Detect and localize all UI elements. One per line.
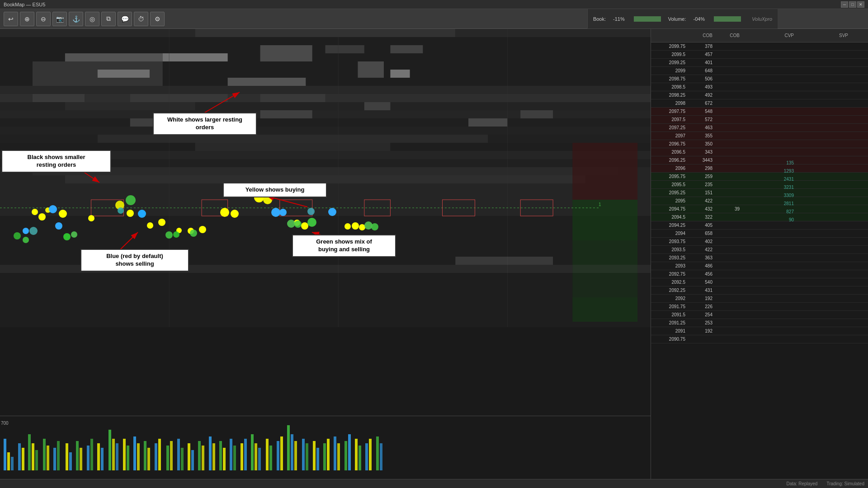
svg-rect-120 <box>306 443 308 470</box>
dot-yellow-8 <box>147 222 153 229</box>
table-row: 2099.25 401 <box>651 59 868 67</box>
table-row: 2093 486 <box>651 262 868 270</box>
ob-price: 2092.75 <box>651 272 687 277</box>
ob-cob1: 457 <box>687 52 714 57</box>
dot-teal-1 <box>29 227 38 235</box>
ob-cob1: 192 <box>687 328 714 333</box>
dot-green-8 <box>190 230 197 237</box>
svg-rect-92 <box>158 439 161 470</box>
svg-rect-95 <box>177 439 180 470</box>
ob-price: 2093.75 <box>651 239 687 244</box>
ob-cob1: 298 <box>687 166 714 171</box>
dot-yellow-2 <box>38 213 46 221</box>
svg-rect-130 <box>359 446 361 470</box>
svg-rect-38 <box>364 102 391 110</box>
ob-price: 2096.25 <box>651 158 687 163</box>
svg-rect-110 <box>255 443 257 470</box>
dot-green-10 <box>294 221 302 228</box>
zoom-out-button[interactable]: ⊖ <box>36 12 51 26</box>
svg-rect-14 <box>0 86 651 94</box>
ob-price: 2096.5 <box>651 150 687 155</box>
table-row: 2094 658 <box>651 230 868 238</box>
anchor-button[interactable]: ⚓ <box>69 12 83 26</box>
svg-rect-93 <box>166 446 169 470</box>
copy-button[interactable]: ⧉ <box>101 12 116 26</box>
volume-area: 700 <box>0 416 651 488</box>
table-row: 2096.25 3443 135 <box>651 156 868 164</box>
titlebar: BookMap — ESU5 ─ □ ✕ <box>0 0 868 9</box>
dot-teal-3 <box>307 208 315 215</box>
heatmap: // Will be generated via JS <box>0 29 651 327</box>
svg-rect-42 <box>195 143 391 151</box>
ob-cob1: 456 <box>687 272 714 277</box>
ob-price: 2097.5 <box>651 117 687 122</box>
book-label: Book: <box>593 16 606 22</box>
ob-price: 2092.25 <box>651 288 687 293</box>
window-controls[interactable]: ─ □ ✕ <box>841 1 864 8</box>
svg-rect-133 <box>376 436 379 470</box>
svg-rect-90 <box>147 448 150 470</box>
svg-rect-124 <box>327 439 330 470</box>
ob-cob2: 39 <box>714 206 741 211</box>
ob-cob1: 431 <box>687 288 714 293</box>
ob-price: 2097 <box>651 133 687 138</box>
svg-rect-119 <box>302 439 305 470</box>
table-row: 2098 672 <box>651 99 868 108</box>
svg-rect-97 <box>188 443 190 470</box>
svg-rect-41 <box>98 135 488 143</box>
minimize-button[interactable]: ─ <box>841 1 848 8</box>
svg-rect-126 <box>337 443 340 470</box>
svg-rect-128 <box>348 434 351 470</box>
svg-rect-29 <box>33 167 618 175</box>
camera-button[interactable]: 📷 <box>52 12 67 26</box>
svg-text:1: 1 <box>599 202 601 207</box>
dot-yellow-20 <box>352 222 359 230</box>
target-button[interactable]: ◎ <box>85 12 99 26</box>
ob-price: 2097.75 <box>651 109 687 114</box>
table-row: 2096.5 343 <box>651 148 868 156</box>
volume-bars-svg <box>0 416 651 479</box>
ob-price: 2091 <box>651 328 687 333</box>
dot-yellow-5 <box>88 215 94 221</box>
chart-area[interactable]: // Will be generated via JS <box>0 29 651 488</box>
table-row: 2096.75 350 <box>651 140 868 148</box>
ob-price: 2098.25 <box>651 93 687 98</box>
table-row: 2097.75 548 <box>651 108 868 116</box>
svg-rect-70 <box>43 439 46 470</box>
ob-cob1: 422 <box>687 247 714 252</box>
ob-cob1: 405 <box>687 223 714 228</box>
table-row: 2093.75 402 <box>651 238 868 246</box>
svg-rect-18 <box>260 94 326 102</box>
ob-price: 2091.25 <box>651 320 687 325</box>
table-row: 2092 192 <box>651 295 868 303</box>
dot-yellow-7 <box>127 210 134 217</box>
ob-cob1: 350 <box>687 141 714 146</box>
ob-cob1: 463 <box>687 125 714 130</box>
dot-yellow-9 <box>158 219 165 226</box>
svg-rect-5 <box>163 53 228 61</box>
ob-price: 2099.5 <box>651 52 687 57</box>
back-button[interactable]: ↩ <box>4 12 18 26</box>
dot-yellow-19 <box>344 223 351 230</box>
svg-rect-67 <box>28 434 31 470</box>
zoom-in-button[interactable]: ⊕ <box>20 12 34 26</box>
svg-rect-78 <box>87 446 90 470</box>
ob-cob1: 363 <box>687 255 714 260</box>
dot-yellow-13 <box>220 208 229 217</box>
white-annotation: White shows larger resting orders <box>153 113 257 135</box>
ob-cob1: 235 <box>687 182 714 187</box>
ob-price: 2095.75 <box>651 174 687 179</box>
close-button[interactable]: ✕ <box>857 1 864 8</box>
svg-rect-17 <box>130 94 228 102</box>
svg-rect-7 <box>326 45 364 53</box>
settings-button[interactable]: ⚙ <box>150 12 165 26</box>
dot-green-4 <box>63 233 71 240</box>
svg-rect-37 <box>260 110 312 118</box>
chat-button[interactable]: 💬 <box>118 12 132 26</box>
time-button[interactable]: ⏱ <box>134 12 148 26</box>
table-row: 2090.75 <box>651 335 868 343</box>
table-row: 2098.25 492 <box>651 91 868 99</box>
ob-cob1: 648 <box>687 68 714 73</box>
maximize-button[interactable]: □ <box>849 1 856 8</box>
logo-text: VoluXpro <box>752 16 772 22</box>
